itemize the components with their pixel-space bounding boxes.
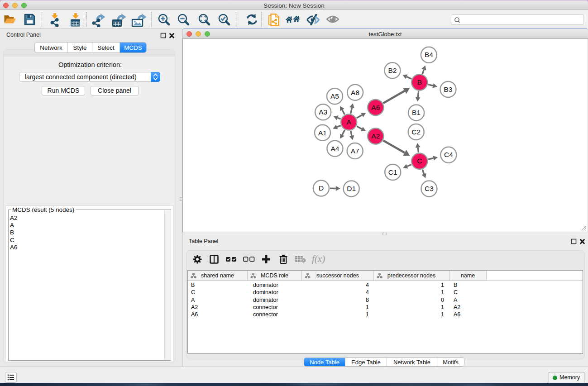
svg-text:B3: B3: [444, 86, 453, 93]
svg-text:C4: C4: [444, 151, 453, 158]
svg-text:C2: C2: [411, 128, 421, 136]
svg-text:A3: A3: [319, 108, 327, 116]
svg-text:B: B: [417, 78, 422, 86]
svg-text:A1: A1: [318, 129, 327, 137]
svg-text:D1: D1: [347, 185, 356, 192]
svg-text:A8: A8: [351, 89, 359, 96]
svg-text:A4: A4: [330, 145, 339, 152]
svg-text:A5: A5: [330, 92, 339, 100]
svg-text:B2: B2: [388, 67, 397, 74]
svg-text:A7: A7: [351, 147, 359, 155]
svg-text:D: D: [319, 184, 324, 192]
svg-text:B4: B4: [425, 51, 433, 58]
svg-text:A6: A6: [371, 104, 380, 111]
svg-text:C1: C1: [388, 168, 397, 176]
svg-text:A2: A2: [371, 132, 380, 140]
svg-text:A: A: [347, 118, 352, 126]
svg-text:B1: B1: [412, 109, 421, 116]
svg-text:C3: C3: [425, 185, 434, 192]
svg-text:C: C: [417, 157, 422, 165]
